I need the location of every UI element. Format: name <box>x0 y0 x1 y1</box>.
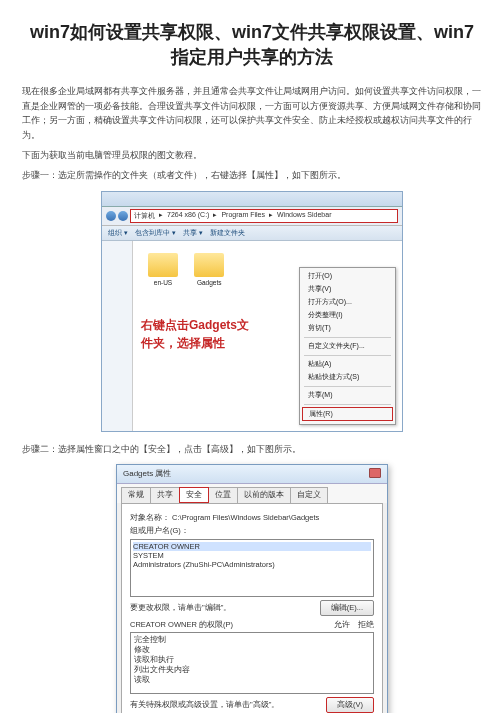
menu-item-paste[interactable]: 粘贴(A) <box>300 358 395 371</box>
perm-row: 修改 <box>134 645 370 655</box>
advanced-button[interactable]: 高级(V) <box>326 697 374 713</box>
menu-item-share[interactable]: 共享(V) <box>300 283 395 296</box>
explorer-sidebar[interactable] <box>102 241 133 431</box>
menu-item-cut[interactable]: 剪切(T) <box>300 322 395 335</box>
annotation-label: 右键点击Gadgets文件夹，选择属性 <box>141 316 251 352</box>
list-item[interactable]: CREATOR OWNER <box>133 542 371 551</box>
edit-button[interactable]: 编辑(E)... <box>320 600 374 616</box>
nav-forward-icon[interactable] <box>118 211 128 221</box>
close-icon[interactable] <box>369 468 381 478</box>
tab-general[interactable]: 常规 <box>121 487 151 503</box>
users-listbox[interactable]: CREATOR OWNER SYSTEM Administrators (Zhu… <box>130 539 374 597</box>
tab-location[interactable]: 位置 <box>208 487 238 503</box>
intro-paragraph: 现在很多企业局域网都有共享文件服务器，并且通常会共享文件让局域网用户访问。如何设… <box>22 84 482 142</box>
chevron-right-icon: ▸ <box>269 211 273 221</box>
object-path-value: C:\Program Files\Windows Sidebar\Gadgets <box>172 513 319 522</box>
tab-strip: 常规 共享 安全 位置 以前的版本 自定义 <box>117 484 387 503</box>
folder-item-gadgets[interactable]: Gadgets <box>191 253 227 286</box>
intro-paragraph-2: 下面为获取当前电脑管理员权限的图文教程。 <box>22 148 482 162</box>
list-item[interactable]: SYSTEM <box>133 551 371 560</box>
nav-back-icon[interactable] <box>106 211 116 221</box>
chevron-right-icon: ▸ <box>159 211 163 221</box>
explorer-window: 计算机 ▸ 7264 x86 (C:) ▸ Program Files ▸ Wi… <box>101 191 403 432</box>
context-menu: 打开(O) 共享(V) 打开方式(O)... 分类整理(I) 剪切(T) 自定义… <box>299 267 396 425</box>
figure-step2: Gadgets 属性 常规 共享 安全 位置 以前的版本 自定义 对象名称： C… <box>22 464 482 713</box>
explorer-toolbar[interactable]: 组织 ▾ 包含到库中 ▾ 共享 ▾ 新建文件夹 <box>102 226 402 241</box>
tab-previous-versions[interactable]: 以前的版本 <box>237 487 291 503</box>
deny-column: 拒绝 <box>358 620 374 629</box>
menu-separator <box>304 337 391 338</box>
folder-icon <box>194 253 224 277</box>
folder-icon <box>148 253 178 277</box>
breadcrumb[interactable]: 计算机 ▸ 7264 x86 (C:) ▸ Program Files ▸ Wi… <box>130 209 398 223</box>
tab-customize[interactable]: 自定义 <box>290 487 328 503</box>
menu-separator <box>304 386 391 387</box>
menu-item-customize[interactable]: 自定义文件夹(F)... <box>300 340 395 353</box>
advanced-hint-text: 有关特殊权限或高级设置，请单击"高级"。 <box>130 700 279 710</box>
breadcrumb-seg[interactable]: Program Files <box>221 211 265 221</box>
address-bar-row: 计算机 ▸ 7264 x86 (C:) ▸ Program Files ▸ Wi… <box>102 207 402 226</box>
tab-sharing[interactable]: 共享 <box>150 487 180 503</box>
page-title: win7如何设置共享权限、win7文件共享权限设置、win7指定用户共享的方法 <box>22 20 482 70</box>
menu-separator <box>304 404 391 405</box>
permissions-listbox[interactable]: 完全控制 修改 读取和执行 列出文件夹内容 读取 <box>130 632 374 694</box>
permissions-header: CREATOR OWNER 的权限(P) <box>130 620 233 630</box>
step-2-text: 步骤二：选择属性窗口之中的【安全】，点击【高级】，如下图所示。 <box>22 442 482 456</box>
breadcrumb-seg[interactable]: 计算机 <box>134 211 155 221</box>
object-name-label: 对象名称： <box>130 513 170 522</box>
list-item[interactable]: Administrators (ZhuShi-PC\Administrators… <box>133 560 371 569</box>
perm-row: 列出文件夹内容 <box>134 665 370 675</box>
figure-step1: 计算机 ▸ 7264 x86 (C:) ▸ Program Files ▸ Wi… <box>22 191 482 432</box>
edit-hint-text: 要更改权限，请单击"编辑"。 <box>130 603 231 613</box>
breadcrumb-seg[interactable]: 7264 x86 (C:) <box>167 211 209 221</box>
perm-row: 读取和执行 <box>134 655 370 665</box>
dialog-titlebar: Gadgets 属性 <box>117 465 387 484</box>
menu-item-share-2[interactable]: 共享(M) <box>300 389 395 402</box>
dialog-title-text: Gadgets 属性 <box>123 468 171 480</box>
breadcrumb-seg[interactable]: Windows Sidebar <box>277 211 331 221</box>
object-name-row: 对象名称： C:\Program Files\Windows Sidebar\G… <box>130 513 374 523</box>
step-1-text: 步骤一：选定所需操作的文件夹（或者文件），右键选择【属性】，如下图所示。 <box>22 168 482 182</box>
perm-row: 读取 <box>134 675 370 685</box>
tab-security[interactable]: 安全 <box>179 487 209 503</box>
perm-row: 完全控制 <box>134 635 370 645</box>
menu-item-properties[interactable]: 属性(R) <box>302 407 393 421</box>
window-titlebar <box>102 192 402 207</box>
folder-label: en-US <box>145 279 181 286</box>
menu-item-categorize[interactable]: 分类整理(I) <box>300 309 395 322</box>
folder-label: Gadgets <box>191 279 227 286</box>
allow-column: 允许 <box>334 620 350 629</box>
menu-separator <box>304 355 391 356</box>
chevron-right-icon: ▸ <box>213 211 217 221</box>
properties-dialog: Gadgets 属性 常规 共享 安全 位置 以前的版本 自定义 对象名称： C… <box>116 464 388 713</box>
file-pane[interactable]: en-US Gadgets 右键点击Gadgets文件夹，选择属性 打开(O) … <box>133 241 402 431</box>
menu-item-paste-shortcut[interactable]: 粘贴快捷方式(S) <box>300 371 395 384</box>
folder-item[interactable]: en-US <box>145 253 181 286</box>
group-users-label: 组或用户名(G)： <box>130 526 374 536</box>
menu-item-open[interactable]: 打开(O) <box>300 270 395 283</box>
menu-item-openwith[interactable]: 打开方式(O)... <box>300 296 395 309</box>
